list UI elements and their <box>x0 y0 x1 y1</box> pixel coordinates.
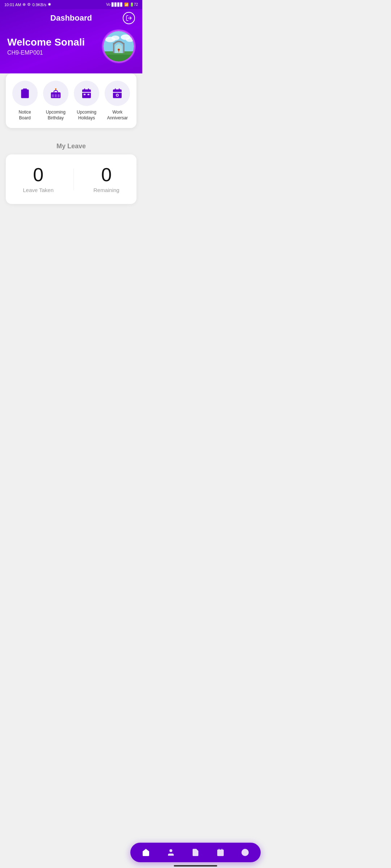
svg-rect-27 <box>88 94 89 95</box>
signal-icon: ⊕ <box>22 2 26 7</box>
header-top: Dashboard <box>7 13 135 23</box>
bluetooth-icon: ✱ <box>48 2 51 7</box>
remaining-item: 0 Remaining <box>93 165 119 193</box>
calendar-icon <box>81 88 92 99</box>
notice-board-icon-circle <box>12 81 38 106</box>
svg-point-10 <box>118 49 120 51</box>
svg-rect-12 <box>23 89 27 90</box>
remaining-label: Remaining <box>93 187 119 193</box>
logout-button[interactable] <box>123 12 135 24</box>
status-right: Vo ▊▊▊▊ 📶 🔋72 <box>106 3 138 7</box>
welcome-greeting: Welcome Sonali <box>7 37 85 48</box>
upcoming-holidays-item[interactable]: UpcomingHolidays <box>72 81 101 121</box>
svg-point-33 <box>117 94 118 96</box>
svg-rect-17 <box>52 94 54 97</box>
employee-id: CH9-EMP001 <box>7 50 85 56</box>
work-anniversary-label: WorkAnniversar <box>107 110 128 121</box>
leave-divider <box>73 169 74 190</box>
clipboard-icon <box>19 88 31 99</box>
leave-taken-item: 0 Leave Taken <box>23 165 54 193</box>
leave-taken-value: 0 <box>33 165 43 184</box>
work-anniversary-icon-circle <box>105 81 130 106</box>
remaining-value: 0 <box>101 165 112 184</box>
upcoming-birthday-item[interactable]: UpcomingBirthday <box>41 81 70 121</box>
time-display: 10:01 AM <box>4 3 21 7</box>
status-left: 10:01 AM ⊕ ⚙ 0.9KB/s ✱ <box>4 2 51 7</box>
svg-rect-18 <box>55 94 56 97</box>
work-anniversary-icon <box>112 88 123 99</box>
leave-card: 0 Leave Taken 0 Remaining <box>6 154 136 204</box>
notice-board-label: NoticeBoard <box>19 110 31 121</box>
speed-display: 0.9KB/s <box>32 3 46 7</box>
page-title: Dashboard <box>50 13 92 23</box>
quick-access-card: NoticeBoard UpcomingBirthday <box>6 73 136 128</box>
my-leave-title: My Leave <box>0 142 142 150</box>
work-anniversary-item[interactable]: WorkAnniversar <box>103 81 132 121</box>
notice-board-item[interactable]: NoticeBoard <box>10 81 39 121</box>
svg-rect-26 <box>84 94 85 95</box>
wifi-icon: 📶 <box>124 3 129 7</box>
volte-icon: Vo <box>106 3 110 7</box>
svg-point-3 <box>111 35 119 40</box>
svg-rect-19 <box>58 94 59 97</box>
status-bar: 10:01 AM ⊕ ⚙ 0.9KB/s ✱ Vo ▊▊▊▊ 📶 🔋72 <box>0 0 142 9</box>
birthday-icon <box>50 88 62 99</box>
svg-point-5 <box>126 37 134 42</box>
svg-rect-22 <box>82 89 91 98</box>
upcoming-birthday-icon-circle <box>43 81 68 106</box>
welcome-section: Welcome Sonali CH9-EMP001 <box>7 30 135 63</box>
upcoming-birthday-label: UpcomingBirthday <box>46 110 66 121</box>
battery-icon: 🔋72 <box>130 3 138 7</box>
signal-bars-icon: ▊▊▊▊ <box>112 3 123 7</box>
my-leave-section: My Leave 0 Leave Taken 0 Remaining <box>0 135 142 204</box>
upcoming-holidays-label: UpcomingHolidays <box>77 110 96 121</box>
settings-icon: ⚙ <box>27 2 31 7</box>
main-content: NoticeBoard UpcomingBirthday <box>0 73 142 240</box>
leave-taken-label: Leave Taken <box>23 187 54 193</box>
quick-access-section: NoticeBoard UpcomingBirthday <box>0 73 142 128</box>
avatar <box>102 30 135 63</box>
welcome-text: Welcome Sonali CH9-EMP001 <box>7 37 85 56</box>
upcoming-holidays-icon-circle <box>74 81 99 106</box>
